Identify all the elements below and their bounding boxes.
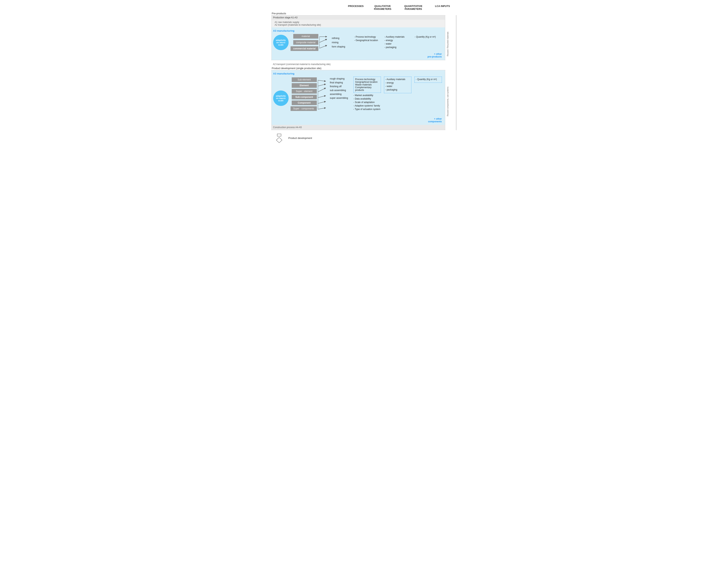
- quant-item-4: packaging: [384, 46, 412, 49]
- bottom-legend: Product development: [275, 133, 457, 143]
- side-label-reused-components: Reused components, sub-systems: [446, 73, 456, 130]
- lca2-item-1: Quantity (Kg or m²): [416, 78, 440, 81]
- adaptivity-circle-1: adaptivity on micro scale: [273, 35, 289, 50]
- lca-col-1: Quantity (Kg or m²): [413, 36, 444, 49]
- mfg-content-2: adaptivity on macro scale Sub-element El…: [273, 77, 444, 116]
- adaptivity-text-2: adaptivity on macro scale: [276, 95, 286, 102]
- svg-line-7: [318, 88, 326, 92]
- process-mixing: mixing: [332, 41, 351, 44]
- mat-box-supercomponents: Super - components: [291, 106, 317, 111]
- quant-item-2: energy: [384, 39, 412, 42]
- plus-other-2: + othercomponents: [273, 118, 444, 123]
- svg-line-10: [318, 108, 326, 109]
- mat-box-element: Element: [292, 83, 317, 88]
- svg-line-8: [318, 96, 326, 98]
- lca-dashed-box: Quantity (Kg or m²): [415, 77, 442, 83]
- sub-label-a1: A1 raw materials supply: [275, 21, 442, 24]
- quant2-item-1: Auxiliary materials: [385, 78, 410, 81]
- params-area-2: Process technology Geographical location…: [352, 77, 444, 111]
- qual2-item-2: Geographical location: [355, 81, 379, 83]
- transport-label: A2 transport (commercial material to man…: [271, 62, 445, 67]
- adaptivity-circle-2: adaptivity on macro scale: [273, 90, 289, 106]
- mat-box-material: material: [293, 34, 318, 39]
- process-roughshaping: rough shaping: [330, 77, 351, 80]
- lca-item-1: Quantity (Kg or m²): [415, 36, 442, 38]
- mat-box-component: Component: [292, 100, 317, 105]
- adaptivity-text-1: adaptivity on micro scale: [276, 39, 286, 46]
- processes-col-1: refining mixing form shaping: [332, 37, 351, 48]
- qual2-item-4: Complementary products: [355, 86, 379, 91]
- qual-item-1: Process technology: [354, 36, 381, 38]
- quant2-item-3: water: [385, 85, 410, 88]
- qualitative-normal-list: Market availability Data availability Sc…: [353, 94, 381, 111]
- process-assembling: assembling: [330, 93, 351, 95]
- section1-container: Production stage A1-A3 A1 raw materials …: [271, 15, 445, 60]
- legend-icon: [275, 133, 287, 143]
- qual2-item-3: Waste materials: [355, 83, 379, 86]
- main-container: PROCESSES QUALITATIVE PARAMETERS QUANTIT…: [271, 4, 457, 143]
- quantitative-col-1: Auxiliary materials energy water packagi…: [383, 36, 413, 49]
- process-finalshaping: final shaping: [330, 81, 351, 84]
- svg-line-5: [318, 80, 326, 81]
- quant2-item-4: packaging: [385, 88, 410, 91]
- qual2-item-9: Type of actuation system: [353, 108, 381, 111]
- construction-label: Construction process A4-A5: [272, 125, 445, 130]
- header-qualitative: QUALITATIVE PARAMETERS: [367, 4, 398, 11]
- process-formshaping: form shaping: [332, 45, 351, 48]
- section2-container: A3 manufacturing adaptivity on macro sca…: [271, 70, 445, 130]
- qualitative-dashed-box: Process technology Geographical location…: [353, 77, 381, 93]
- legend-label: Product development: [289, 136, 312, 139]
- svg-line-9: [318, 101, 326, 104]
- qualitative-col-1: Process technology Geographical location: [353, 36, 383, 49]
- arrows-svg-1: [319, 34, 331, 51]
- header-lca: LCA INPUTS: [428, 4, 457, 11]
- svg-rect-12: [277, 134, 281, 136]
- qual2-item-7: Scale of adaptation: [353, 101, 381, 104]
- qual2-item-5: Market availability: [353, 94, 381, 97]
- process-finishingoff: finishing off: [330, 85, 351, 88]
- mfg-section-2: A3 manufacturing adaptivity on macro sca…: [272, 70, 445, 125]
- svg-line-6: [318, 84, 326, 86]
- side-label-reused-materials: Reused / Recycled materials: [446, 15, 456, 73]
- qual-item-2: Geographical location: [354, 39, 381, 42]
- mat-box-subelement: Sub-element: [292, 77, 317, 82]
- process-refining: refining: [332, 37, 351, 40]
- sub-label-a2: A2 transport (materials to manufacturing…: [275, 24, 442, 26]
- processes-col-2: rough shaping final shaping finishing of…: [330, 77, 351, 99]
- mfg-title-2: A3 manufacturing: [273, 72, 444, 75]
- mat-box-composite: composite material: [293, 40, 318, 45]
- header-quantitative: QUANTITATIVE PARAMETERS: [398, 4, 428, 11]
- process-superassembling: super assembling: [330, 97, 351, 99]
- svg-marker-13: [276, 137, 282, 143]
- mfg-content-1: adaptivity on micro scale material compo…: [273, 34, 444, 51]
- qual2-item-8: Adaptive systems' family: [353, 105, 381, 107]
- params-area-1: Process technology Geographical location…: [353, 36, 444, 49]
- side-labels: Reused / Recycled materials Reused compo…: [446, 15, 456, 130]
- quantitative-dashed-box: Auxiliary materials energy water packagi…: [384, 77, 411, 93]
- mat-box-commercial: commercial material: [291, 46, 318, 51]
- svg-line-1: [319, 39, 327, 42]
- qualitative-col-2: Process technology Geographical location…: [352, 77, 382, 111]
- svg-line-2: [319, 45, 327, 48]
- arrows-svg-2: [317, 77, 329, 116]
- mat-box-subcomponent: Sub-component: [292, 95, 317, 99]
- process-subassembling: sub assembling: [330, 89, 351, 92]
- qual2-item-6: Data availability: [353, 97, 381, 100]
- qual2-item-1: Process technology: [355, 78, 379, 81]
- quantitative-col-2: Auxiliary materials energy water packagi…: [382, 77, 413, 111]
- mfg-section-1: A3 manufacturing adaptivity on micro sca…: [272, 28, 445, 60]
- header-row: PROCESSES QUALITATIVE PARAMETERS QUANTIT…: [345, 4, 457, 11]
- quant-item-3: water: [384, 42, 412, 45]
- preproducts-label: Pre-products: [272, 12, 457, 15]
- quant-item-1: Auxiliary materials: [384, 36, 412, 38]
- section1-sublabels: A1 raw materials supply A2 transport (ma…: [272, 20, 445, 28]
- prod-dev-label: Product development (single production s…: [272, 67, 445, 70]
- mfg-title-1: A3 manufacturing: [273, 29, 444, 32]
- quant2-item-2: energy: [385, 81, 410, 84]
- lca-col-2: Quantity (Kg or m²): [413, 77, 444, 111]
- outer-wrapper: Production stage A1-A3 A1 raw materials …: [271, 15, 445, 130]
- plus-other-1: + otherpre-products: [273, 53, 444, 58]
- header-processes: PROCESSES: [345, 4, 367, 11]
- section1-label: Production stage A1-A3: [272, 15, 445, 20]
- mat-box-superelement: Super - element: [292, 89, 317, 93]
